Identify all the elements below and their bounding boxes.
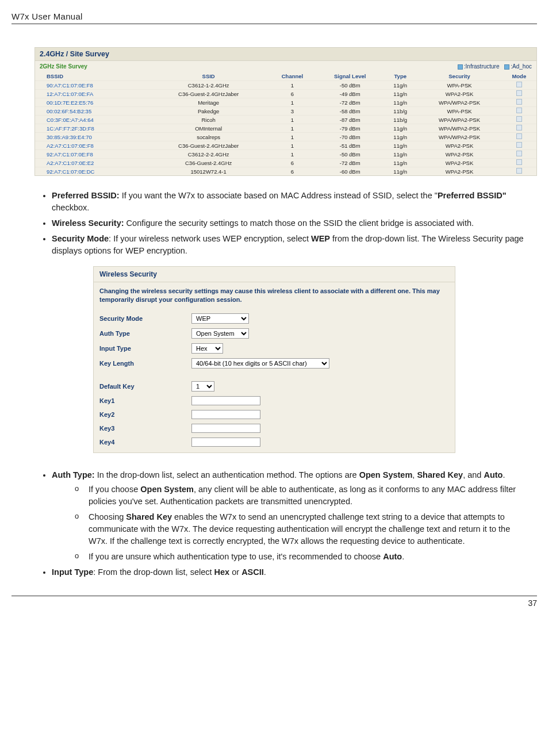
bullet-list-1: Preferred BSSID: If you want the W7x to …: [52, 190, 526, 257]
mode-icon: [516, 108, 522, 113]
cell-channel: 1: [269, 124, 317, 133]
cell-signal: -58 dBm: [316, 107, 383, 116]
cell-ssid: Pakedge: [149, 107, 269, 116]
mode-icon: [516, 133, 522, 139]
cell-ssid: C3612-2-2.4GHz: [149, 150, 269, 159]
page-footer: 37: [11, 596, 537, 608]
key2-input[interactable]: [191, 410, 260, 419]
cell-channel: 6: [269, 90, 317, 98]
cell-signal: -60 dBm: [316, 167, 383, 176]
cell-channel: 1: [269, 98, 317, 107]
cell-bssid: 00:02:6F:54:B2:35: [35, 107, 149, 116]
adhoc-icon: [504, 64, 509, 70]
sub-bullet-list: If you choose Open System, any client wi…: [75, 484, 526, 563]
cell-signal: -72 dBm: [316, 159, 383, 167]
cell-channel: 1: [269, 116, 317, 124]
cell-security: WPA2-PSK: [417, 150, 501, 159]
table-row: 12:A7:C1:07:0E:FAC36-Guest-2.4GHzJaber6-…: [35, 90, 536, 98]
header-title: W7x User Manual: [11, 11, 83, 21]
key1-input[interactable]: [191, 396, 260, 405]
cell-bssid: 12:A7:C1:07:0E:FA: [35, 90, 149, 98]
survey-table: BSSID SSID Channel Signal Level Type Sec…: [35, 72, 536, 175]
col-bssid: BSSID: [35, 72, 149, 81]
site-survey-panel: 2.4GHz / Site Survey 2GHz Site Survey :I…: [34, 47, 537, 176]
table-row: C0:3F:0E:A7:A4:64Ricoh1-87 dBm11b/gWPA/W…: [35, 116, 536, 124]
cell-ssid: Meritage: [149, 98, 269, 107]
cell-bssid: 30:85:A9:39:E4:70: [35, 133, 149, 141]
cell-channel: 6: [269, 167, 317, 176]
cell-security: WPA/WPA2-PSK: [417, 98, 501, 107]
panel-title: 2.4GHz / Site Survey: [35, 48, 536, 61]
cell-security: WPA-PSK: [417, 107, 501, 116]
cell-type: 11b/g: [383, 116, 417, 124]
cell-signal: -50 dBm: [316, 81, 383, 90]
col-channel: Channel: [269, 72, 317, 81]
input-type-select[interactable]: Hex: [191, 343, 223, 354]
table-row: 90:A7:C1:07:0E:F8C3612-1-2.4GHz1-50 dBm1…: [35, 81, 536, 90]
bullet-wireless-security: Wireless Security: Configure the securit…: [52, 217, 526, 229]
mode-icon: [516, 142, 522, 148]
cell-bssid: 90:A7:C1:07:0E:F8: [35, 81, 149, 90]
row-key-length: Key Length 40/64-bit (10 hex digits or 5…: [94, 356, 455, 371]
key-length-select[interactable]: 40/64-bit (10 hex digits or 5 ASCII char…: [191, 358, 329, 369]
cell-bssid: 92:A7:C1:07:0E:F8: [35, 150, 149, 159]
table-row: 92:A7:C1:07:0E:F8C3612-2-2.4GHz1-50 dBm1…: [35, 150, 536, 159]
cell-security: WPA/WPA2-PSK: [417, 133, 501, 141]
cell-bssid: A2:A7:C1:07:0E:F8: [35, 141, 149, 150]
wireless-security-panel: Wireless Security Changing the wireless …: [93, 266, 455, 453]
key4-input[interactable]: [191, 438, 260, 447]
cell-ssid: Ricoh: [149, 116, 269, 124]
cell-mode: [502, 81, 536, 90]
mode-icon: [516, 116, 522, 122]
col-mode: Mode: [502, 72, 536, 81]
cell-type: 11g/n: [383, 90, 417, 98]
cell-signal: -87 dBm: [316, 116, 383, 124]
cell-bssid: 92:A7:C1:07:0E:DC: [35, 167, 149, 176]
cell-security: WPA/WPA2-PSK: [417, 124, 501, 133]
table-header-row: BSSID SSID Channel Signal Level Type Sec…: [35, 72, 536, 81]
cell-channel: 3: [269, 107, 317, 116]
cell-type: 11b/g: [383, 107, 417, 116]
mode-icon: [516, 82, 522, 87]
bullet-preferred-bssid: Preferred BSSID: If you want the W7x to …: [52, 190, 526, 214]
cell-security: WPA2-PSK: [417, 90, 501, 98]
mode-icon: [516, 151, 522, 156]
page-number: 37: [528, 598, 537, 608]
bullet-input-type: Input Type: From the drop-down list, sel…: [52, 566, 526, 578]
key3-input[interactable]: [191, 424, 260, 433]
table-row: 00:1D:7E:E2:E5:76Meritage1-72 dBm11g/nWP…: [35, 98, 536, 107]
page-header: W7x User Manual: [11, 11, 537, 24]
cell-mode: [502, 90, 536, 98]
cell-type: 11g/n: [383, 167, 417, 176]
row-auth-type: Auth Type Open System: [94, 326, 455, 341]
cell-type: 11g/n: [383, 98, 417, 107]
cell-type: 11g/n: [383, 159, 417, 167]
cell-channel: 1: [269, 133, 317, 141]
cell-type: 11g/n: [383, 124, 417, 133]
mode-icon: [516, 99, 522, 105]
cell-mode: [502, 133, 536, 141]
security-mode-select[interactable]: WEP: [191, 313, 249, 324]
cell-security: WPA/WPA2-PSK: [417, 116, 501, 124]
table-row: 1C:AF:F7:2F:3D:F8OMInternal1-79 dBm11g/n…: [35, 124, 536, 133]
cell-type: 11g/n: [383, 150, 417, 159]
row-key1: Key1: [94, 394, 455, 408]
bullet-list-2: Auth Type: In the drop-down list, select…: [52, 469, 526, 578]
cell-mode: [502, 98, 536, 107]
cell-type: 11g/n: [383, 141, 417, 150]
panel-legend: :Infrastructure :Ad_hoc: [450, 62, 536, 71]
cell-ssid: C36-Guest-2.4GHzJaber: [149, 90, 269, 98]
table-row: A2:A7:C1:07:0E:F8C36-Guest-2.4GHzJaber1-…: [35, 141, 536, 150]
cell-mode: [502, 150, 536, 159]
cell-bssid: C0:3F:0E:A7:A4:64: [35, 116, 149, 124]
mode-icon: [516, 90, 522, 96]
auth-type-select[interactable]: Open System: [191, 328, 249, 339]
row-key2: Key2: [94, 408, 455, 421]
cell-mode: [502, 124, 536, 133]
default-key-select[interactable]: 1: [191, 381, 214, 392]
cell-channel: 6: [269, 159, 317, 167]
cell-channel: 1: [269, 81, 317, 90]
mode-icon: [516, 168, 522, 174]
cell-mode: [502, 167, 536, 176]
cell-ssid: socalreps: [149, 133, 269, 141]
